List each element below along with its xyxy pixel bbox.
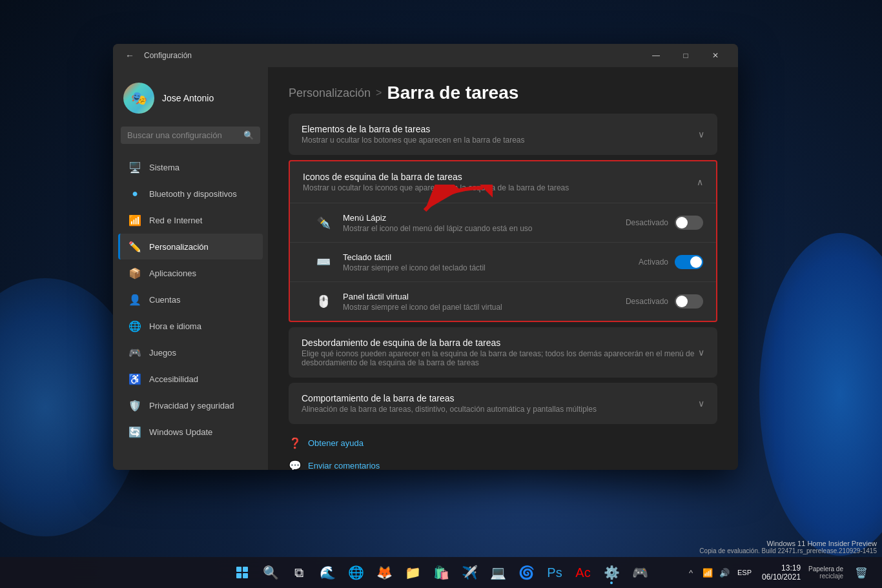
privacidad-icon: 🛡️ <box>128 399 141 412</box>
taskbar-browser2-button[interactable]: 🌀 <box>513 560 539 585</box>
section-title-group: Desbordamiento de esquina de la barra de… <box>302 338 698 367</box>
panel-icon: 🖱️ <box>313 291 334 312</box>
setting-desc: Mostrar siempre el icono del panel tácti… <box>343 303 626 312</box>
section-title-group: Comportamiento de la barra de tareas Ali… <box>302 393 698 414</box>
setting-info: Menú Lápiz Mostrar el icono del menú del… <box>343 213 626 233</box>
taskbar-explorer-button[interactable]: 📁 <box>400 560 426 585</box>
setting-name: Panel táctil virtual <box>343 292 626 301</box>
sidebar-item-sistema[interactable]: 🖥️ Sistema <box>118 154 263 180</box>
sidebar-item-label: Accesibilidad <box>149 374 198 384</box>
breadcrumb-chevron: > <box>376 87 382 99</box>
section-comportamiento-header[interactable]: Comportamiento de la barra de tareas Ali… <box>289 383 717 424</box>
tray-network-icon[interactable]: 📶 <box>700 561 715 584</box>
maximize-button[interactable]: □ <box>671 44 701 67</box>
sidebar-item-bluetooth[interactable]: ● Bluetooth y dispositivos <box>118 181 263 207</box>
search-box[interactable]: 🔍 <box>121 127 260 144</box>
bluetooth-icon: ● <box>128 187 141 200</box>
close-button[interactable]: ✕ <box>701 44 730 67</box>
breadcrumb-current: Barra de tareas <box>387 83 518 103</box>
sidebar-item-label: Windows Update <box>149 427 212 437</box>
sidebar-item-privacidad[interactable]: 🛡️ Privacidad y seguridad <box>118 392 263 418</box>
section-title-group: Elementos de la barra de tareas Mostrar … <box>302 124 698 145</box>
notification-button[interactable]: 🗑️ <box>848 560 874 585</box>
taskbar-acrobat-button[interactable]: Ac <box>570 560 596 585</box>
taskbar-taskview-button[interactable]: ⧉ <box>286 560 312 585</box>
avatar[interactable]: 🎭 <box>123 83 154 114</box>
lapiz-status: Desactivado <box>626 218 668 227</box>
sidebar-item-personalizacion[interactable]: ✏️ Personalización <box>118 234 263 259</box>
window-controls: — □ ✕ <box>641 44 730 67</box>
breadcrumb-parent[interactable]: Personalización <box>289 86 371 100</box>
tray-volume-icon[interactable]: 🔊 <box>717 561 732 584</box>
toggle-thumb <box>676 296 688 307</box>
sidebar-item-label: Bluetooth y dispositivos <box>149 189 237 199</box>
section-content: ✒️ Menú Lápiz Mostrar el icono del menú … <box>290 203 716 321</box>
chevron-down-icon: ∨ <box>698 129 704 139</box>
taskbar-edge-button[interactable]: 🌊 <box>314 560 340 585</box>
lapiz-icon: ✒️ <box>313 212 334 233</box>
help-link[interactable]: ❓ Obtener ayuda <box>289 434 717 452</box>
clock-time: 13:19 <box>781 563 801 573</box>
section-iconos-header[interactable]: Iconos de esquina de la barra de tareas … <box>290 161 716 203</box>
taskbar-ps-button[interactable]: Ps <box>542 560 568 585</box>
clock[interactable]: 13:19 06/10/2021 <box>757 563 806 582</box>
sidebar-item-juegos[interactable]: 🎮 Juegos <box>118 340 263 365</box>
setting-panel-tactil: 🖱️ Panel táctil virtual Mostrar siempre … <box>290 282 716 321</box>
setting-desc: Mostrar el icono del menú del lápiz cuan… <box>343 224 626 233</box>
sidebar-item-red[interactable]: 📶 Red e Internet <box>118 207 263 233</box>
build-notification: Papelera de <box>808 565 843 573</box>
sidebar-item-windows-update[interactable]: 🔄 Windows Update <box>118 419 263 445</box>
panel-toggle[interactable] <box>675 294 703 309</box>
taskbar-store-button[interactable]: 🛍️ <box>428 560 454 585</box>
feedback-link[interactable]: 💬 Enviar comentarios <box>289 457 717 470</box>
sidebar: 🎭 Jose Antonio 🔍 🖥️ Sistema ● Bluetooth … <box>113 67 268 470</box>
sidebar-item-label: Cuentas <box>149 295 180 305</box>
minimize-button[interactable]: — <box>641 44 671 67</box>
taskbar-search-button[interactable]: 🔍 <box>258 560 283 585</box>
start-button[interactable] <box>229 560 255 585</box>
section-title: Desbordamiento de esquina de la barra de… <box>302 338 698 348</box>
sidebar-item-cuentas[interactable]: 👤 Cuentas <box>118 287 263 312</box>
title-bar: ← Configuración — □ ✕ <box>113 44 738 67</box>
search-input[interactable] <box>127 130 238 140</box>
section-iconos-esquina: Iconos de esquina de la barra de tareas … <box>289 160 717 322</box>
setting-info: Panel táctil virtual Mostrar siempre el … <box>343 292 626 312</box>
taskbar-settings-button[interactable]: ⚙️ <box>599 560 624 585</box>
user-section: 🎭 Jose Antonio <box>113 77 268 127</box>
taskbar-steam-button[interactable]: 🎮 <box>627 560 653 585</box>
feedback-icon: 💬 <box>289 460 302 470</box>
taskbar-telegram-button[interactable]: ✈️ <box>456 560 482 585</box>
sidebar-item-accesibilidad[interactable]: ♿ Accesibilidad <box>118 366 263 392</box>
sidebar-item-label: Privacidad y seguridad <box>149 401 234 411</box>
juegos-icon: 🎮 <box>128 346 141 359</box>
section-elementos-header[interactable]: Elementos de la barra de tareas Mostrar … <box>289 114 717 155</box>
tray-chevron[interactable]: ^ <box>683 561 699 584</box>
section-desbordamiento-header[interactable]: Desbordamiento de esquina de la barra de… <box>289 327 717 378</box>
lapiz-toggle[interactable] <box>675 216 703 230</box>
sidebar-item-label: Aplicaciones <box>149 269 196 278</box>
section-subtitle: Mostrar u ocultar los botones que aparec… <box>302 136 698 145</box>
setting-name: Menú Lápiz <box>343 213 626 223</box>
chevron-down-icon: ∨ <box>698 398 704 409</box>
clock-date: 06/10/2021 <box>762 573 801 582</box>
chevron-down-icon: ∨ <box>698 347 704 358</box>
taskbar-right: ^ 📶 🔊 ESP 13:19 06/10/2021 Papelera de r… <box>683 560 877 585</box>
chevron-up-icon: ∧ <box>697 177 703 187</box>
taskbar-terminal-button[interactable]: 💻 <box>485 560 511 585</box>
sidebar-item-label: Red e Internet <box>149 216 202 225</box>
back-button[interactable]: ← <box>121 46 139 65</box>
sidebar-item-aplicaciones[interactable]: 📦 Aplicaciones <box>118 260 263 286</box>
section-subtitle: Elige qué iconos pueden aparecer en la e… <box>302 349 698 367</box>
setting-teclado-tactil: ⌨️ Teclado táctil Mostrar siempre el ico… <box>290 243 716 282</box>
search-icon: 🔍 <box>243 130 254 140</box>
taskbar-firefox-button[interactable]: 🦊 <box>371 560 397 585</box>
personalizacion-icon: ✏️ <box>128 240 141 253</box>
teclado-toggle[interactable] <box>675 255 703 269</box>
sidebar-item-hora[interactable]: 🌐 Hora e idioma <box>118 313 263 339</box>
sidebar-item-label: Personalización <box>149 242 209 252</box>
sys-tray: ^ 📶 🔊 <box>683 561 732 584</box>
language-indicator[interactable]: ESP <box>735 561 754 584</box>
sidebar-item-label: Juegos <box>149 348 176 358</box>
taskbar-chrome-button[interactable]: 🌐 <box>343 560 369 585</box>
footer-links: ❓ Obtener ayuda 💬 Enviar comentarios <box>289 434 717 470</box>
